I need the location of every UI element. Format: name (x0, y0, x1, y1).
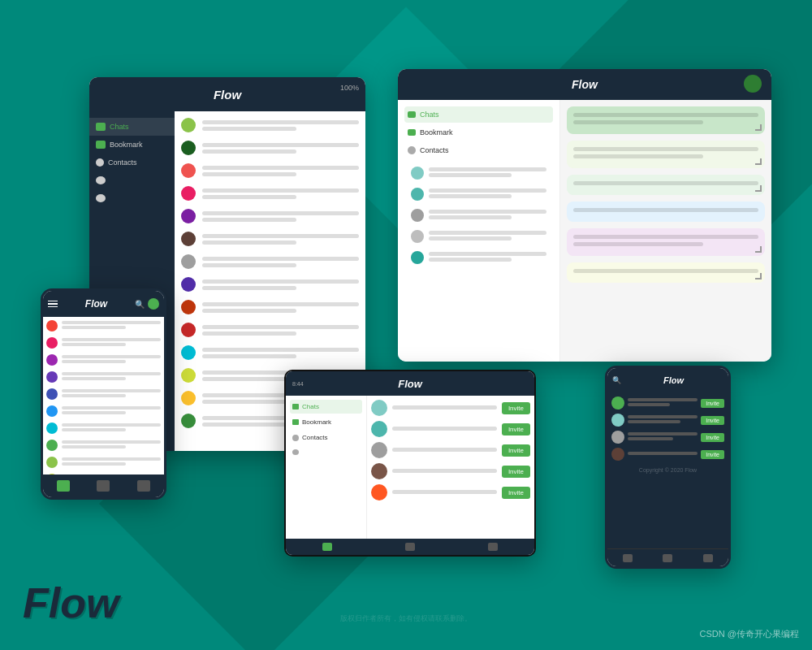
pr-invite-button[interactable]: Invite (701, 399, 724, 408)
sidebar-bookmark[interactable]: Bookmark (89, 136, 175, 154)
chat-item[interactable] (408, 227, 550, 246)
chat-item[interactable] (408, 163, 550, 183)
pr-avatar (611, 431, 624, 444)
list-item (181, 118, 359, 132)
nav-chats[interactable]: Chats (404, 106, 553, 123)
invite-button[interactable]: Invite (502, 402, 530, 414)
pr-invite-item: Invite (611, 431, 724, 444)
color-dot (181, 277, 196, 292)
pr-invite-item: Invite (611, 414, 724, 427)
pr-invite-button[interactable]: Invite (701, 433, 724, 442)
color-dot (181, 209, 196, 223)
list-item (181, 277, 359, 292)
resize-handle[interactable] (755, 273, 762, 280)
phone-right: 🔍 Flow Invite Invite Invite (605, 366, 731, 569)
nav-contacts[interactable]: Contacts (404, 142, 553, 158)
prf-menu-icon[interactable] (703, 554, 713, 562)
list-item (46, 354, 161, 366)
resize-handle[interactable] (755, 124, 762, 131)
chat-item[interactable] (408, 184, 550, 204)
chat-avatar (411, 209, 424, 222)
nav-bookmark[interactable]: Bookmark (404, 124, 553, 141)
pr-avatar (611, 396, 624, 410)
tablet-right-body: Chats Bookmark Contacts (398, 100, 771, 362)
invite-button[interactable]: Invite (502, 444, 530, 457)
invite-icon (96, 194, 106, 202)
chat-item[interactable] (408, 206, 550, 225)
tablet-mid-battery: 8:44 (292, 381, 304, 387)
tms-contacts[interactable]: Contacts (290, 431, 362, 444)
settings-icon (96, 176, 106, 184)
pr-invite-button[interactable]: Invite (701, 416, 724, 425)
list-item (181, 254, 359, 269)
contacts-icon (96, 158, 104, 167)
sidebar-settings[interactable] (89, 171, 175, 189)
message-bubble (567, 228, 765, 256)
hamburger-icon[interactable] (48, 301, 58, 308)
chat-item[interactable] (408, 248, 550, 267)
tmf-home-icon[interactable] (405, 543, 415, 551)
phone-left: Flow 🔍 (41, 288, 166, 500)
color-dot (46, 354, 58, 366)
tablet-right-header: Flow (398, 69, 771, 100)
list-item (46, 474, 161, 474)
prf-back-icon[interactable] (623, 554, 633, 562)
sidebar-chats[interactable]: Chats (89, 118, 175, 136)
color-dot (181, 391, 196, 405)
chat-avatar (411, 167, 424, 180)
message-bubble (567, 262, 765, 283)
tmf-chat-icon[interactable] (322, 543, 332, 551)
tms-chats[interactable]: Chats (290, 400, 362, 414)
page-content: Flow 100% Chats Bookmark Contacts (0, 0, 812, 650)
pr-invite-item: Invite (611, 448, 724, 461)
resize-handle[interactable] (755, 246, 762, 253)
footer-profile-icon[interactable] (137, 480, 150, 492)
phone-right-footer (607, 548, 728, 566)
tablet-right: Flow Chats Bookmark Contacts (398, 69, 771, 362)
color-dot (46, 371, 58, 383)
invite-item: Invite (371, 463, 530, 479)
list-item (181, 345, 359, 360)
color-dot (46, 337, 58, 349)
tms-settings[interactable] (290, 446, 362, 458)
list-item (46, 388, 161, 400)
credit-text: CSDN @传奇开心果编程 (700, 628, 799, 640)
color-dot (46, 474, 58, 474)
prf-home-icon[interactable] (663, 554, 672, 562)
resize-handle[interactable] (755, 158, 762, 165)
phone-search-icon[interactable]: 🔍 (135, 300, 145, 309)
invite-button[interactable]: Invite (502, 466, 530, 478)
phone-left-footer (43, 474, 164, 497)
sidebar-invite[interactable] (89, 189, 175, 207)
pr-invite-item: Invite (611, 396, 724, 410)
color-dot (181, 232, 196, 246)
message-bubble (567, 141, 765, 168)
pr-invite-list: Invite Invite Invite Invite (611, 396, 724, 461)
pr-avatar (611, 448, 624, 461)
list-item (181, 163, 359, 178)
phone-right-search[interactable]: 🔍 (612, 376, 621, 384)
tablet-mid-main: Invite Invite Invite (367, 396, 534, 539)
color-dot (46, 440, 58, 451)
phone-right-title: Flow (624, 375, 723, 385)
tablet-mid-header: 8:44 Flow (286, 371, 534, 396)
tmf-profile-icon[interactable] (488, 543, 498, 551)
phone-right-header: 🔍 Flow (607, 368, 728, 392)
pr-invite-button[interactable]: Invite (701, 450, 724, 459)
invite-button[interactable]: Invite (502, 487, 530, 499)
tms-chat-icon (292, 404, 299, 410)
invite-button[interactable]: Invite (502, 423, 530, 436)
chat-list (404, 160, 553, 272)
resize-handle[interactable] (755, 185, 762, 192)
phone-right-body: Invite Invite Invite Invite (607, 392, 728, 548)
color-dot (181, 141, 196, 155)
tms-bookmark[interactable]: Bookmark (290, 415, 362, 429)
phone-left-title: Flow (61, 298, 132, 310)
list-item (46, 440, 161, 451)
sidebar-contacts[interactable]: Contacts (89, 154, 175, 171)
footer-home-icon[interactable] (97, 480, 110, 492)
footer-chat-icon[interactable] (57, 480, 70, 492)
list-item (181, 300, 359, 314)
invite-list: Invite Invite Invite (371, 400, 530, 500)
color-dot (181, 368, 196, 383)
